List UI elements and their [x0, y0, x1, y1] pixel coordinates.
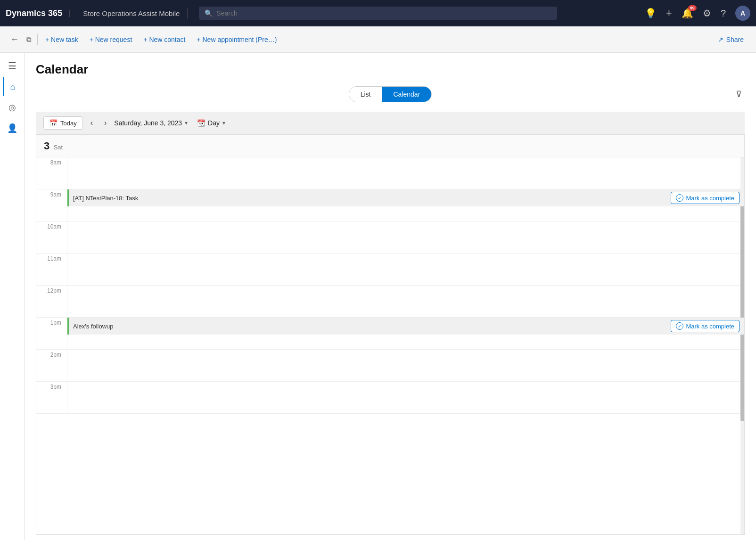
sidebar: ☰ ⌂ ◎ 👤: [0, 53, 25, 540]
search-icon: 🔍: [205, 9, 213, 17]
time-grid: 8am9am[AT] NTestPlan-18: Task✓Mark as co…: [36, 157, 744, 534]
back-icon: ←: [10, 34, 19, 44]
lightbulb-icon: 💡: [645, 8, 657, 19]
avatar[interactable]: A: [735, 6, 750, 21]
check-circle-icon: ✓: [676, 194, 683, 202]
nav-icons: 💡 + 🔔 99 ⚙ ? A: [645, 6, 750, 21]
time-content: [67, 221, 744, 253]
view-selector-icon: 📆: [197, 119, 205, 127]
brand-name: Dynamics 365: [6, 8, 62, 18]
prev-date-button[interactable]: ‹: [87, 117, 97, 129]
date-chevron-icon: ▾: [185, 120, 188, 126]
view-chevron-icon: ▾: [222, 120, 225, 126]
time-content: [67, 254, 744, 285]
list-view-button[interactable]: List: [349, 87, 382, 102]
calendar-controls: 📅 Today ‹ › Saturday, June 3, 2023 ▾ 📆 D…: [36, 112, 745, 135]
calendar-icon: 📅: [49, 119, 58, 127]
event-event-2[interactable]: Alex's followup✓Mark as complete: [67, 318, 744, 335]
gear-icon: ⚙: [703, 8, 711, 19]
hamburger-menu[interactable]: ☰: [3, 57, 22, 75]
time-label: 3pm: [36, 382, 67, 413]
add-button[interactable]: +: [666, 7, 672, 19]
mark-complete-label: Mark as complete: [686, 195, 734, 202]
main-layout: ☰ ⌂ ◎ 👤 Calendar List Calendar ⊽ 📅: [0, 53, 756, 540]
time-label: 2pm: [36, 350, 67, 381]
share-button[interactable]: ↗ Share: [713, 33, 748, 46]
sidebar-item-contacts[interactable]: 👤: [3, 119, 22, 138]
lightbulb-button[interactable]: 💡: [645, 8, 657, 19]
top-nav: Dynamics 365 | Store Operations Assist M…: [0, 0, 756, 26]
toggle-group: List Calendar: [349, 86, 432, 102]
mark-complete-label: Mark as complete: [686, 323, 734, 330]
sidebar-item-home[interactable]: ⌂: [3, 77, 22, 96]
time-label: 9am: [36, 189, 67, 221]
check-circle-icon: ✓: [676, 322, 683, 330]
main-content: Calendar List Calendar ⊽ 📅 Today ‹ › Sat…: [25, 53, 756, 540]
time-row: 2pm: [36, 350, 744, 382]
date-display[interactable]: Saturday, June 3, 2023 ▾: [114, 119, 188, 127]
time-content: [67, 157, 744, 189]
time-label: 12pm: [36, 286, 67, 317]
time-row: 1pmAlex's followup✓Mark as complete: [36, 318, 744, 350]
event-title: Alex's followup: [73, 323, 114, 330]
scroll-track: [740, 157, 744, 534]
new-appointment-button[interactable]: + New appointment (Pre…): [192, 33, 281, 46]
time-content: [67, 286, 744, 317]
page-title: Calendar: [36, 62, 745, 77]
new-contact-button[interactable]: + New contact: [139, 33, 190, 46]
day-name: Sat: [54, 144, 63, 151]
mark-complete-button[interactable]: ✓Mark as complete: [671, 320, 740, 332]
time-label: 11am: [36, 254, 67, 285]
home-icon: ⌂: [10, 82, 16, 92]
today-button[interactable]: 📅 Today: [43, 116, 83, 130]
help-button[interactable]: ?: [721, 8, 726, 19]
search-input[interactable]: [216, 9, 551, 17]
notification-badge: 99: [688, 5, 697, 11]
time-content: [67, 350, 744, 381]
event-title: [AT] NTestPlan-18: Task: [73, 195, 138, 202]
mark-complete-button[interactable]: ✓Mark as complete: [671, 192, 740, 204]
event-event-1[interactable]: [AT] NTestPlan-18: Task✓Mark as complete: [67, 189, 744, 206]
day-header: 3 Sat: [36, 135, 744, 157]
time-row: 11am: [36, 254, 744, 286]
new-window-button[interactable]: ⧉: [24, 33, 34, 46]
time-row: 9am[AT] NTestPlan-18: Task✓Mark as compl…: [36, 189, 744, 221]
separator: [37, 34, 38, 45]
sidebar-item-goals[interactable]: ◎: [3, 98, 22, 117]
help-icon: ?: [721, 8, 726, 19]
filter-button[interactable]: ⊽: [733, 86, 745, 102]
notifications-button[interactable]: 🔔 99: [682, 8, 693, 19]
time-label: 8am: [36, 157, 67, 189]
new-task-button[interactable]: + New task: [41, 33, 83, 46]
plus-icon: +: [666, 7, 672, 19]
time-row: 3pm: [36, 382, 744, 414]
back-button[interactable]: ←: [8, 33, 22, 46]
calendar-view-button[interactable]: Calendar: [382, 87, 431, 102]
calendar-container: 3 Sat 8am9am[AT] NTestPlan-18: Task✓Mark…: [36, 135, 745, 535]
view-toggle: List Calendar ⊽: [36, 86, 745, 102]
time-row: 8am: [36, 157, 744, 189]
brand-area: Dynamics 365 | Store Operations Assist M…: [6, 8, 188, 18]
scroll-thumb[interactable]: [740, 195, 744, 421]
time-label: 10am: [36, 221, 67, 253]
goals-icon: ◎: [8, 102, 16, 113]
time-content: [67, 382, 744, 413]
toolbar: ← ⧉ + New task + New request + New conta…: [0, 26, 756, 53]
settings-button[interactable]: ⚙: [703, 8, 711, 19]
time-row: 12pm: [36, 286, 744, 318]
time-label: 1pm: [36, 318, 67, 349]
next-date-button[interactable]: ›: [100, 117, 110, 129]
new-request-button[interactable]: + New request: [85, 33, 137, 46]
time-row: 10am: [36, 221, 744, 254]
time-content: [AT] NTestPlan-18: Task✓Mark as complete: [67, 189, 744, 221]
share-icon: ↗: [718, 36, 723, 43]
time-content: Alex's followup✓Mark as complete: [67, 318, 744, 349]
new-window-icon: ⧉: [26, 35, 32, 43]
search-bar[interactable]: 🔍: [199, 7, 557, 20]
day-number: 3: [44, 140, 49, 152]
filter-icon: ⊽: [736, 90, 742, 99]
app-name: Store Operations Assist Mobile: [83, 9, 180, 17]
contacts-icon: 👤: [7, 123, 17, 133]
view-selector[interactable]: 📆 Day ▾: [197, 119, 225, 127]
